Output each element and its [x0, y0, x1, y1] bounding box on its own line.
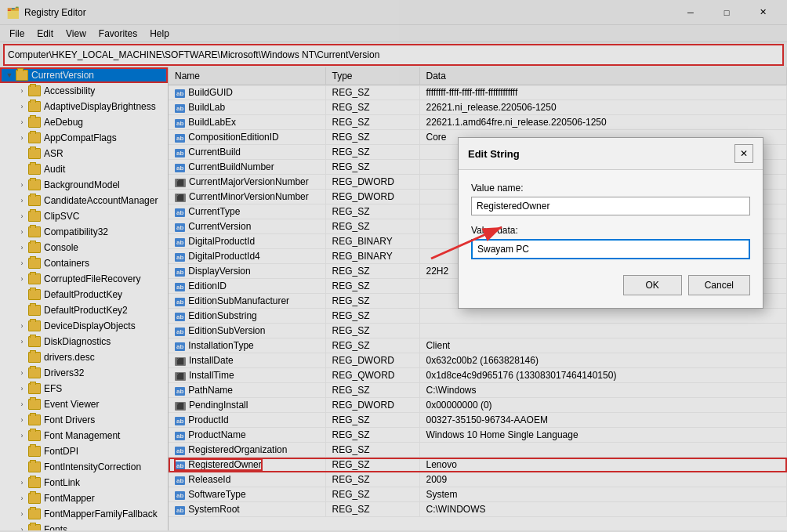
edit-string-dialog: Edit String ✕ Value name: Value data: OK…	[458, 137, 763, 309]
cancel-button[interactable]: Cancel	[688, 275, 750, 295]
dialog-buttons: OK Cancel	[471, 275, 750, 295]
value-name-label: Value name:	[471, 183, 750, 194]
dialog-body: Value name: Value data: OK Cancel	[459, 170, 763, 308]
value-data-label: Value data:	[471, 225, 750, 236]
dialog-title-bar: Edit String ✕	[459, 138, 763, 170]
dialog-title: Edit String	[468, 148, 520, 160]
modal-overlay: Edit String ✕ Value name: Value data: OK…	[0, 0, 787, 532]
dialog-close-button[interactable]: ✕	[734, 144, 753, 163]
value-data-input[interactable]	[471, 239, 750, 259]
value-name-input[interactable]	[471, 197, 750, 215]
ok-button[interactable]: OK	[623, 275, 682, 295]
